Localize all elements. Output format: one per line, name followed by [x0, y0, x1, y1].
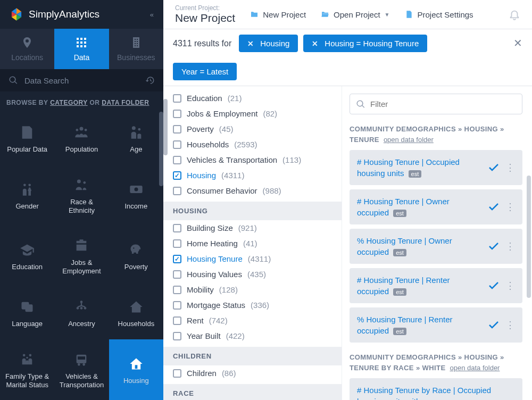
chip-remove-icon[interactable]: ✕	[312, 39, 318, 48]
filter-input[interactable]	[350, 94, 522, 114]
folder-open-icon	[321, 10, 329, 19]
money-icon	[129, 182, 144, 197]
sidebar: SimplyAnalytics « Locations Data Busines…	[0, 0, 163, 400]
more-icon[interactable]: ⋮	[505, 283, 515, 289]
browse-category-link[interactable]: CATEGORY	[50, 99, 87, 106]
more-icon[interactable]: ⋮	[505, 244, 515, 249]
filter-checkbox[interactable]: Rent (742)	[163, 313, 342, 328]
filter-checkbox[interactable]: Mobility (128)	[163, 282, 342, 297]
filter-label: Year Built	[187, 331, 221, 340]
filter-checkbox[interactable]: Households (2593)	[163, 137, 342, 152]
sidebar-scrollbar[interactable]	[159, 112, 163, 186]
variable-card[interactable]: # Housing Tenure | Renter occupied est⋮	[350, 268, 522, 303]
building-icon	[130, 36, 143, 49]
more-icon[interactable]: ⋮	[505, 204, 515, 210]
filter-checkbox[interactable]: Children (86)	[163, 365, 342, 381]
brand-text: SimplyAnalytics	[29, 9, 99, 20]
cat-population[interactable]: Population	[54, 112, 109, 165]
filter-checkbox[interactable]: Building Size (921)	[163, 220, 342, 236]
variable-card[interactable]: # Housing Tenure | Occupied housing unit…	[350, 150, 522, 185]
svg-point-16	[77, 179, 81, 183]
cat-vehicles[interactable]: Vehicles & Transportation	[54, 339, 109, 400]
settings-doc-icon	[405, 10, 413, 19]
more-icon[interactable]: ⋮	[505, 322, 515, 328]
variable-card[interactable]: % Housing Tenure | Owner occupied est⋮	[350, 229, 522, 264]
svg-rect-5	[84, 41, 86, 44]
search-input[interactable]	[24, 76, 139, 85]
more-icon[interactable]: ⋮	[505, 165, 515, 171]
cat-jobs[interactable]: Jobs & Employment	[54, 226, 109, 286]
cat-age[interactable]: Age	[109, 112, 163, 165]
group-icon	[74, 178, 89, 193]
close-panel-icon[interactable]: ✕	[513, 37, 522, 49]
history-icon[interactable]	[145, 76, 155, 85]
bus-icon	[74, 352, 89, 367]
svg-point-31	[83, 363, 86, 366]
results-count: 4311 results for	[173, 39, 231, 48]
cat-households[interactable]: Households	[109, 286, 163, 339]
left-scrollbar[interactable]	[163, 99, 168, 155]
tab-businesses[interactable]: Businesses	[109, 29, 163, 69]
cat-race-ethnicity[interactable]: Race & Ethnicity	[54, 165, 109, 226]
checkbox-icon	[173, 140, 181, 149]
filter-checkbox[interactable]: Mortgage Status (336)	[163, 297, 342, 313]
main-scrollbar[interactable]	[527, 176, 531, 298]
cat-education[interactable]: Education	[0, 226, 54, 286]
filter-count: (742)	[209, 316, 228, 325]
tab-data[interactable]: Data	[54, 29, 109, 69]
filter-checkbox[interactable]: Housing Tenure (4311)	[163, 251, 342, 266]
filter-checkbox[interactable]: Year Built (422)	[163, 328, 342, 344]
svg-point-11	[85, 129, 87, 131]
filter-checkbox[interactable]: Consumer Behavior (988)	[163, 183, 342, 198]
open-folder-link[interactable]: open data folder	[450, 364, 500, 372]
filter-label: Mortgage Status	[187, 301, 245, 310]
chip-housing[interactable]: ✕Housing	[239, 35, 298, 52]
variable-text: # Housing Tenure by Race | Occupied hous…	[357, 385, 515, 400]
cat-income[interactable]: Income	[109, 165, 163, 226]
browse-folder-link[interactable]: DATA FOLDER	[102, 99, 149, 106]
variable-card[interactable]: % Housing Tenure | Renter occupied est⋮	[350, 307, 522, 343]
checkbox-icon	[173, 301, 181, 310]
open-project-button[interactable]: Open Project ▼	[321, 10, 389, 19]
cat-popular-data[interactable]: Popular Data	[0, 112, 54, 165]
svg-point-13	[138, 128, 140, 131]
filter-checkbox[interactable]: Poverty (45)	[163, 121, 342, 137]
bell-icon[interactable]	[509, 9, 520, 20]
cat-ancestry[interactable]: Ancestry	[54, 286, 109, 339]
variable-card[interactable]: # Housing Tenure by Race | Occupied hous…	[350, 378, 522, 400]
cat-language[interactable]: Language	[0, 286, 54, 339]
filter-count: (86)	[222, 369, 236, 378]
filter-checkbox[interactable]: Housing (4311)	[163, 168, 342, 183]
svg-point-10	[76, 129, 79, 131]
filter-checkbox[interactable]: Education (21)	[163, 90, 342, 106]
svg-rect-3	[77, 41, 79, 44]
search-row	[0, 69, 163, 91]
svg-point-27	[29, 354, 32, 356]
cat-family[interactable]: Family Type & Marital Status	[0, 339, 54, 400]
svg-rect-32	[78, 356, 85, 360]
filter-label: Housing	[187, 171, 216, 180]
cat-housing[interactable]: Housing	[109, 339, 163, 400]
cat-poverty[interactable]: Poverty	[109, 226, 163, 286]
chip-housing-tenure[interactable]: ✕Housing = Housing Tenure	[303, 35, 427, 52]
filter-checkbox[interactable]: Housing Values (435)	[163, 266, 342, 282]
filter-checkbox[interactable]: Jobs & Employment (82)	[163, 106, 342, 121]
new-project-button[interactable]: New Project	[250, 10, 306, 19]
chip-year-latest[interactable]: Year = Latest	[173, 63, 237, 80]
project-block: Current Project: New Project	[175, 4, 235, 24]
cat-gender[interactable]: Gender	[0, 165, 54, 226]
chip-remove-icon[interactable]: ✕	[247, 39, 254, 48]
collapse-icon[interactable]: «	[150, 11, 154, 19]
variable-card[interactable]: # Housing Tenure | Owner occupied est⋮	[350, 189, 522, 224]
open-folder-link[interactable]: open data folder	[384, 136, 434, 144]
checkbox-icon	[173, 156, 181, 164]
filter-checkbox[interactable]: Home Heating (41)	[163, 236, 342, 251]
filter-column: Education (21)Jobs & Employment (82)Pove…	[163, 86, 342, 400]
tab-locations[interactable]: Locations	[0, 29, 54, 69]
filter-checkbox[interactable]: Vehicles & Transportation (113)	[163, 152, 342, 168]
house-icon	[129, 299, 144, 314]
checkbox-icon	[173, 94, 181, 103]
section-race: RACE	[163, 384, 342, 400]
check-icon	[487, 201, 500, 213]
project-settings-button[interactable]: Project Settings	[405, 10, 473, 19]
